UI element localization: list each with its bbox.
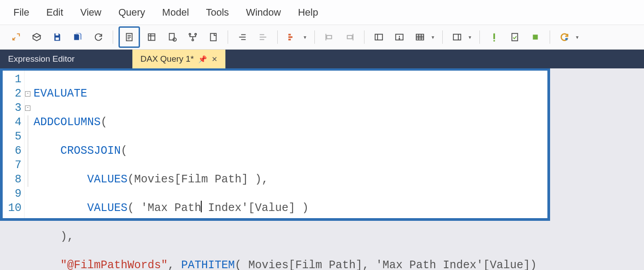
close-icon[interactable]: ✕: [212, 55, 217, 63]
indent: [34, 173, 87, 186]
dropdown-caret-icon[interactable]: ▼: [303, 35, 307, 40]
kw-values: VALUES: [87, 202, 127, 215]
toolbar-separator: [314, 30, 315, 44]
pin-icon[interactable]: 📌: [198, 55, 207, 63]
punc: (: [121, 144, 127, 157]
fold-toggle-icon[interactable]: -: [25, 91, 30, 97]
kw-values: VALUES: [87, 173, 127, 186]
new-connection-icon[interactable]: [7, 28, 25, 46]
toolbar-separator: [442, 30, 443, 44]
tab-expression-editor[interactable]: Expression Editor: [0, 50, 132, 68]
open-icon[interactable]: [28, 28, 46, 46]
menu-tools[interactable]: Tools: [202, 5, 233, 20]
punc: ): [295, 202, 309, 215]
toolbar-separator: [364, 30, 364, 44]
menu-edit[interactable]: Edit: [42, 5, 68, 20]
svg-rect-40: [493, 34, 495, 39]
align-right-icon[interactable]: [341, 28, 359, 46]
script-icon[interactable]: [204, 28, 222, 46]
menu-help[interactable]: Help: [293, 5, 322, 20]
svg-point-44: [565, 38, 568, 41]
indent: [34, 230, 60, 243]
run-icon[interactable]: [555, 28, 573, 46]
identifier: 'Max Path: [141, 202, 201, 215]
editor-area: 12345 678910 - - EVALUATE ADDCOLUMNS( CR…: [0, 68, 644, 270]
svg-rect-42: [512, 34, 517, 41]
save-all-icon[interactable]: [69, 28, 87, 46]
new-query-icon[interactable]: [119, 26, 140, 48]
punc: (: [101, 116, 107, 129]
svg-rect-14: [211, 34, 216, 41]
svg-rect-43: [533, 35, 538, 40]
svg-rect-21: [288, 34, 291, 36]
dropdown-caret-icon[interactable]: ▼: [575, 35, 580, 40]
punc: ): [530, 259, 537, 270]
menu-bar: File Edit View Query Model Tools Window …: [0, 0, 644, 25]
identifier: Movies[Film Path]: [134, 173, 248, 186]
punc: (: [127, 202, 141, 215]
menu-query[interactable]: Query: [114, 5, 150, 20]
indent: [34, 202, 87, 215]
dropdown-caret-icon[interactable]: ▼: [468, 35, 472, 40]
format-icon[interactable]: [163, 28, 181, 46]
svg-rect-22: [288, 36, 292, 38]
punc: ),: [248, 173, 268, 186]
fold-toggle-icon[interactable]: -: [25, 105, 30, 111]
panel-grid-icon[interactable]: [411, 28, 429, 46]
svg-rect-1: [55, 38, 59, 40]
svg-point-41: [493, 40, 495, 42]
svg-point-32: [399, 38, 400, 39]
toolbar-separator: [550, 30, 550, 44]
identifier: Index'[Value]: [201, 202, 295, 215]
panel-warn-icon[interactable]: [390, 28, 408, 46]
kw-crossjoin: CROSSJOIN: [60, 144, 121, 157]
menu-model[interactable]: Model: [158, 5, 194, 20]
punc: (: [235, 259, 248, 270]
kw-evaluate: EVALUATE: [34, 87, 87, 100]
align-left-icon[interactable]: [320, 28, 338, 46]
refresh-icon[interactable]: [89, 28, 107, 46]
toolbar-separator: [277, 30, 278, 44]
panel-left-icon[interactable]: [370, 28, 388, 46]
stop-icon[interactable]: [526, 28, 544, 46]
query-builder-icon[interactable]: [143, 28, 161, 46]
punc: (: [127, 173, 134, 186]
menu-view[interactable]: View: [76, 5, 106, 20]
svg-rect-38: [453, 34, 461, 40]
toolbar-separator: [479, 30, 480, 44]
tab-label: DAX Query 1*: [140, 54, 194, 64]
svg-rect-6: [148, 34, 155, 41]
svg-point-12: [195, 34, 197, 35]
tabstrip-filler: [225, 50, 644, 68]
svg-rect-25: [326, 35, 331, 38]
save-icon[interactable]: [48, 28, 66, 46]
svg-rect-23: [288, 39, 291, 41]
menu-file[interactable]: File: [9, 5, 34, 20]
code-editor[interactable]: 12345 678910 - - EVALUATE ADDCOLUMNS( CR…: [0, 68, 550, 221]
punc: ,: [168, 259, 181, 270]
svg-rect-27: [347, 35, 352, 38]
doc-check-icon[interactable]: [506, 28, 524, 46]
svg-rect-28: [375, 34, 383, 40]
kw-addcolumns: ADDCOLUMNS: [34, 116, 101, 129]
line-gutter: 12345 678910: [3, 71, 25, 218]
toolbar-separator: [113, 30, 113, 44]
outdent-icon[interactable]: [254, 28, 272, 46]
string-literal: "@FilmPathWords": [60, 259, 168, 270]
dependencies-icon[interactable]: [184, 28, 202, 46]
indent: [34, 259, 60, 270]
info-icon[interactable]: [485, 28, 503, 46]
panel-side-icon[interactable]: [448, 28, 466, 46]
hierarchy-icon[interactable]: [283, 28, 301, 46]
toolbar-separator: [228, 30, 228, 44]
punc: ),: [60, 230, 74, 243]
tab-dax-query[interactable]: DAX Query 1* 📌 ✕: [132, 50, 225, 68]
toolbar: ▼ ▼ ▼ ▼: [0, 25, 644, 50]
menu-window[interactable]: Window: [242, 5, 285, 20]
indent-icon[interactable]: [233, 28, 251, 46]
dropdown-caret-icon[interactable]: ▼: [431, 35, 435, 40]
svg-rect-33: [416, 34, 424, 40]
svg-point-13: [192, 39, 194, 41]
indent: [34, 144, 60, 157]
code-content[interactable]: EVALUATE ADDCOLUMNS( CROSSJOIN( VALUES(M…: [31, 71, 537, 218]
